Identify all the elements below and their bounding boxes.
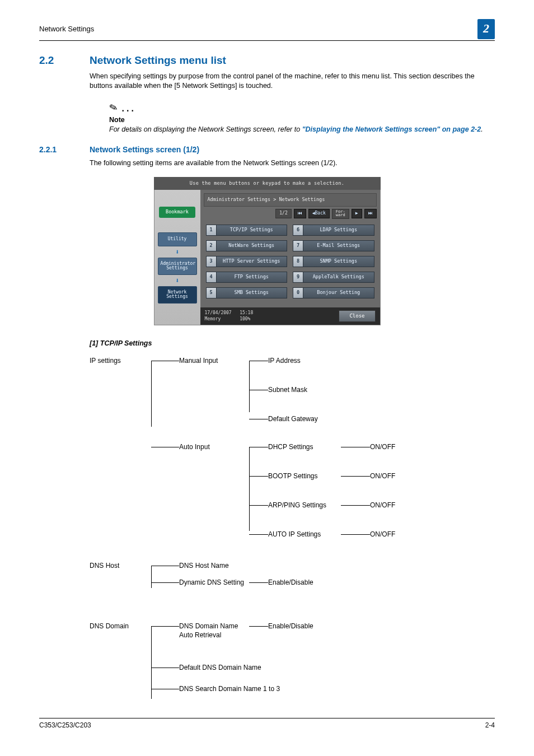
page-indicator: 1/2 bbox=[275, 209, 291, 218]
note-dots: ... bbox=[121, 104, 135, 113]
tree-dns-host-name: DNS Host Name bbox=[179, 561, 249, 570]
panel-option-8[interactable]: 8SNMP Settings bbox=[293, 256, 374, 267]
note-link[interactable]: "Displaying the Network Settings screen"… bbox=[302, 125, 481, 133]
panel-option-5[interactable]: 5SMB Settings bbox=[206, 287, 288, 298]
crumb-arrow-icon: ⬇ bbox=[175, 276, 179, 285]
panel-option-6[interactable]: 6LDAP Settings bbox=[293, 225, 374, 236]
tcpip-heading: [1] TCP/IP Settings bbox=[90, 339, 495, 348]
tree-bootp: BOOTP Settings bbox=[268, 472, 341, 480]
bookmark-button[interactable]: Bookmark bbox=[159, 207, 195, 217]
panel-memory-value: 100% bbox=[240, 316, 250, 321]
panel-option-9[interactable]: 9AppleTalk Settings bbox=[293, 272, 374, 283]
tree-ip-settings: IP settings bbox=[90, 356, 151, 365]
panel-option-0[interactable]: 0Bonjour Setting bbox=[293, 287, 374, 298]
chapter-badge: 2 bbox=[477, 19, 495, 39]
settings-tree: IP settings Manual Input IP Address Subn… bbox=[90, 356, 437, 696]
note-text: For details on displaying the Network Se… bbox=[109, 125, 495, 134]
note-text-a: For details on displaying the Network Se… bbox=[109, 125, 302, 133]
section-number: 2.2 bbox=[39, 53, 90, 68]
subsection-intro: The following setting items are availabl… bbox=[90, 158, 495, 168]
page-last-button[interactable]: ⏭ bbox=[364, 209, 377, 218]
panel-option-7[interactable]: 7E-Mail Settings bbox=[293, 240, 374, 251]
page-next-button[interactable]: ▶ bbox=[352, 209, 362, 218]
page-first-button[interactable]: ⏮ bbox=[294, 209, 306, 218]
panel-breadcrumb: Administrator Settings > Network Setting… bbox=[204, 193, 377, 206]
tree-autoip: AUTO IP Settings bbox=[268, 530, 341, 539]
tree-dns-search: DNS Search Domain Name 1 to 3 bbox=[179, 684, 347, 693]
tree-auto-input: Auto Input bbox=[179, 442, 249, 451]
tree-enable-disable: Enable/Disable bbox=[268, 578, 341, 587]
panel-instruction: Use the menu buttons or keypad to make a… bbox=[154, 177, 381, 190]
note-text-b: . bbox=[481, 125, 483, 133]
tree-manual-input: Manual Input bbox=[179, 356, 249, 365]
section-title: Network Settings menu list bbox=[90, 53, 226, 68]
note-icon: ✎ bbox=[107, 100, 119, 115]
tree-dhcp: DHCP Settings bbox=[268, 442, 341, 451]
tree-dns-domain: DNS Domain bbox=[90, 622, 151, 631]
panel-time: 15:18 bbox=[240, 310, 253, 315]
forward-button[interactable]: For-ward bbox=[332, 209, 349, 219]
subsection-title: Network Settings screen (1/2) bbox=[90, 144, 199, 155]
tree-onoff: ON/OFF bbox=[370, 472, 415, 480]
tree-onoff: ON/OFF bbox=[370, 442, 415, 451]
tree-onoff: ON/OFF bbox=[370, 501, 415, 510]
tree-ip-address: IP Address bbox=[268, 356, 341, 365]
subsection-number: 2.2.1 bbox=[39, 144, 90, 155]
panel-option-2[interactable]: 2NetWare Settings bbox=[206, 240, 288, 251]
close-button[interactable]: Close bbox=[339, 310, 375, 321]
tree-enable-disable: Enable/Disable bbox=[268, 622, 341, 631]
crumb-utility[interactable]: Utility bbox=[158, 232, 197, 246]
panel-option-1[interactable]: 1TCP/IP Settings bbox=[206, 225, 288, 236]
tree-dynamic-dns: Dynamic DNS Setting bbox=[179, 578, 249, 587]
footer-page: 2-4 bbox=[485, 721, 495, 730]
note-label: Note bbox=[109, 115, 495, 125]
crumb-admin-settings[interactable]: Administrator Settings bbox=[158, 258, 197, 275]
crumb-arrow-icon: ⬇ bbox=[175, 248, 179, 256]
panel-option-4[interactable]: 4FTP Settings bbox=[206, 272, 288, 283]
panel-option-3[interactable]: 3HTTP Server Settings bbox=[206, 256, 288, 267]
tree-arpping: ARP/PING Settings bbox=[268, 501, 341, 510]
tree-dns-host: DNS Host bbox=[90, 561, 151, 570]
tree-subnet-mask: Subnet Mask bbox=[268, 385, 341, 394]
tree-default-dns-domain: Default DNS Domain Name bbox=[179, 663, 347, 672]
tree-onoff: ON/OFF bbox=[370, 530, 415, 539]
tree-default-gateway: Default Gateway bbox=[268, 414, 341, 423]
running-header: Network Settings bbox=[39, 24, 94, 34]
tree-dns-domain-auto: DNS Domain Name Auto Retrieval bbox=[179, 622, 249, 640]
panel-date: 17/04/2007 bbox=[205, 310, 232, 315]
panel-memory-label: Memory bbox=[205, 316, 221, 321]
footer-model: C353/C253/C203 bbox=[39, 721, 91, 730]
device-panel: Use the menu buttons or keypad to make a… bbox=[154, 177, 381, 325]
section-intro: When specifying settings by purpose from… bbox=[90, 72, 495, 91]
back-button[interactable]: ◀Back bbox=[308, 209, 330, 218]
crumb-network-settings[interactable]: Network Settings bbox=[158, 286, 197, 304]
